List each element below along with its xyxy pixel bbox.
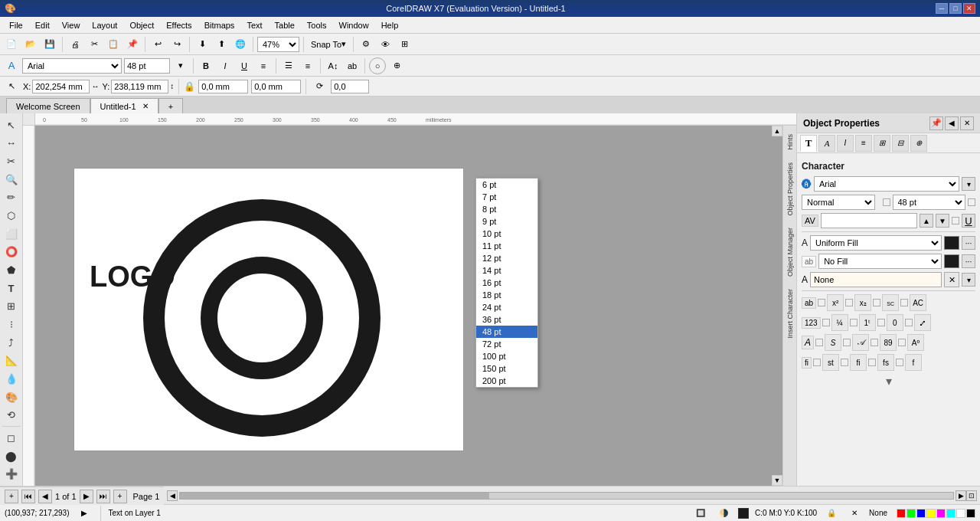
- size-36pt[interactable]: 36 pt: [476, 313, 537, 326]
- shape-tool[interactable]: ↔: [2, 135, 21, 152]
- object-properties-side-tab[interactable]: Object Properties: [784, 157, 796, 221]
- menu-view[interactable]: View: [56, 19, 87, 31]
- none-dropdown[interactable]: None: [810, 272, 942, 287]
- panel-tab-add[interactable]: ⊕: [910, 135, 927, 152]
- panel-tab-text[interactable]: T: [800, 135, 817, 152]
- panel-font-style-select[interactable]: Normal Bold Italic: [802, 195, 875, 210]
- size-8pt[interactable]: 8 pt: [476, 203, 537, 215]
- palette-black[interactable]: [966, 509, 975, 518]
- angle-input[interactable]: [331, 80, 369, 93]
- tabular-btn[interactable]: ⑇: [914, 314, 931, 331]
- save-button[interactable]: 💾: [41, 36, 58, 53]
- crop-tool[interactable]: ✂: [2, 152, 21, 170]
- menu-layout[interactable]: Layout: [86, 19, 123, 31]
- menu-window[interactable]: Window: [333, 19, 375, 31]
- snap-status-button[interactable]: 🔲: [692, 505, 709, 522]
- snap-to-button[interactable]: Snap To ▾: [308, 36, 349, 53]
- nav-add-page[interactable]: +: [5, 490, 18, 503]
- fill-more-button[interactable]: ···: [962, 236, 975, 250]
- panel-tab-frame[interactable]: ≡: [855, 135, 872, 152]
- menu-edit[interactable]: Edit: [29, 19, 56, 31]
- size-14pt[interactable]: 14 pt: [476, 264, 537, 277]
- bold-button[interactable]: B: [198, 57, 214, 74]
- object-manager-tab[interactable]: Object Manager: [784, 222, 796, 282]
- scroll-right-button[interactable]: ▶: [956, 490, 966, 501]
- underline-panel-btn[interactable]: U: [962, 214, 975, 228]
- palette-red[interactable]: [897, 509, 906, 518]
- text-align-button[interactable]: ≡: [255, 57, 272, 74]
- scroll-up-button[interactable]: ▲: [772, 126, 782, 136]
- text-prop2-button[interactable]: ab: [344, 57, 361, 74]
- transform-tool[interactable]: ⟲: [2, 407, 21, 424]
- menu-bitmaps[interactable]: Bitmaps: [198, 19, 241, 31]
- polygon-tool[interactable]: ⬟: [2, 261, 21, 279]
- cut-button[interactable]: ✂: [86, 36, 103, 53]
- open-button[interactable]: 📂: [22, 36, 39, 53]
- size-18pt[interactable]: 18 pt: [476, 289, 537, 301]
- underline-button[interactable]: U: [236, 57, 253, 74]
- panel-pin-button[interactable]: 📌: [929, 116, 943, 130]
- size-6pt[interactable]: 6 pt: [476, 179, 537, 191]
- size-11pt[interactable]: 11 pt: [476, 240, 537, 252]
- freehand-tool[interactable]: ✏: [2, 189, 21, 207]
- add-char-button[interactable]: ⊕: [388, 57, 405, 74]
- hist-lig-btn[interactable]: fs: [877, 354, 894, 371]
- circle-text-button[interactable]: ○: [369, 57, 386, 74]
- panel-tab-style[interactable]: A: [818, 135, 835, 152]
- h-input[interactable]: [251, 80, 301, 93]
- size-72pt[interactable]: 72 pt: [476, 338, 537, 350]
- size-150pt[interactable]: 150 pt: [476, 362, 537, 375]
- ligature2-btn[interactable]: Aº: [907, 334, 924, 351]
- disc-lig-btn[interactable]: fi: [850, 354, 867, 371]
- h-scrollbar[interactable]: [179, 492, 954, 500]
- size-100pt[interactable]: 100 pt: [476, 350, 537, 362]
- nav-next-page[interactable]: ▶: [80, 490, 93, 503]
- close-button[interactable]: ✕: [963, 3, 975, 14]
- numbering-button[interactable]: ≡: [299, 57, 316, 74]
- nav-prev-page[interactable]: ◀: [38, 490, 52, 503]
- publish-button[interactable]: 🌐: [232, 36, 249, 53]
- color-proof-button[interactable]: 🌗: [715, 505, 732, 522]
- stylistic-s-btn[interactable]: S: [825, 334, 841, 351]
- welcome-tab[interactable]: Welcome Screen: [6, 98, 90, 113]
- panel-tab-cols[interactable]: ⊞: [874, 135, 890, 152]
- connector-tool[interactable]: ⤴: [2, 334, 21, 352]
- superscript-btn[interactable]: x²: [827, 294, 844, 311]
- subscript-btn[interactable]: x₂: [854, 294, 871, 311]
- uniform-fill-select[interactable]: Uniform Fill: [810, 235, 942, 251]
- y-input[interactable]: [111, 80, 168, 93]
- paste-button[interactable]: 📌: [124, 36, 141, 53]
- text-prop-button[interactable]: A↕: [325, 57, 341, 74]
- size-12pt[interactable]: 12 pt: [476, 252, 537, 264]
- measure-tool[interactable]: 📐: [2, 352, 21, 370]
- undo-button[interactable]: ↩: [149, 36, 166, 53]
- stroke-color[interactable]: ⬤: [2, 447, 21, 465]
- stroke-color-swatch[interactable]: [944, 254, 959, 268]
- zoom-fit-button[interactable]: ⊡: [966, 490, 977, 501]
- fill-color-swatch[interactable]: [944, 236, 959, 250]
- select-tool[interactable]: ↖: [2, 116, 21, 134]
- fraction-btn[interactable]: ¼: [831, 314, 848, 331]
- size-7pt[interactable]: 7 pt: [476, 191, 537, 203]
- options-button[interactable]: ⚙: [358, 36, 374, 53]
- italic-button[interactable]: I: [217, 57, 234, 74]
- show-more-button[interactable]: ▾: [886, 374, 892, 388]
- panel-tab-effects[interactable]: ⊟: [892, 135, 909, 152]
- zoom-select[interactable]: 47% 50% 100%: [257, 37, 299, 52]
- menu-file[interactable]: File: [3, 19, 29, 31]
- smartdraw-tool[interactable]: ⬡: [2, 207, 21, 224]
- print-button[interactable]: 🖨: [67, 36, 83, 53]
- swash-btn[interactable]: 𝒜: [852, 334, 869, 351]
- zoom-tool[interactable]: 🔍: [2, 171, 21, 188]
- parallel-tool[interactable]: ⁝: [2, 316, 21, 333]
- plus-tool[interactable]: ➕: [2, 465, 21, 483]
- add-tab-button[interactable]: +: [158, 98, 183, 113]
- insert-character-tab[interactable]: Insert Character: [784, 283, 796, 344]
- palette-blue[interactable]: [916, 509, 926, 518]
- pointer-info-button[interactable]: ▶: [76, 507, 93, 519]
- none-clear-button[interactable]: ✕: [944, 272, 959, 287]
- maximize-button[interactable]: □: [949, 3, 962, 14]
- kerning-down[interactable]: ▼: [936, 214, 949, 228]
- oldstyle-btn[interactable]: 0: [887, 314, 903, 331]
- size-24pt[interactable]: 24 pt: [476, 301, 537, 313]
